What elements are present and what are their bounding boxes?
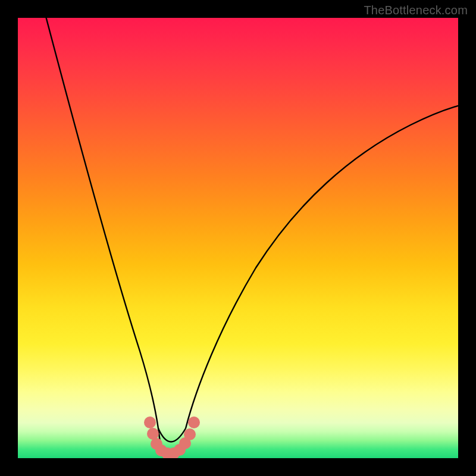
chart-frame: TheBottleneck.com [0,0,476,476]
trough-marker [188,416,200,428]
watermark-text: TheBottleneck.com [364,4,468,17]
trough-marker [144,416,156,428]
trough-marker [184,428,196,440]
plot-area [18,18,458,458]
curve-left-branch [45,18,161,446]
curve-right-branch [186,104,458,428]
trough-marker-group [144,416,200,458]
curve-layer [18,18,458,458]
trough-marker [147,428,159,440]
